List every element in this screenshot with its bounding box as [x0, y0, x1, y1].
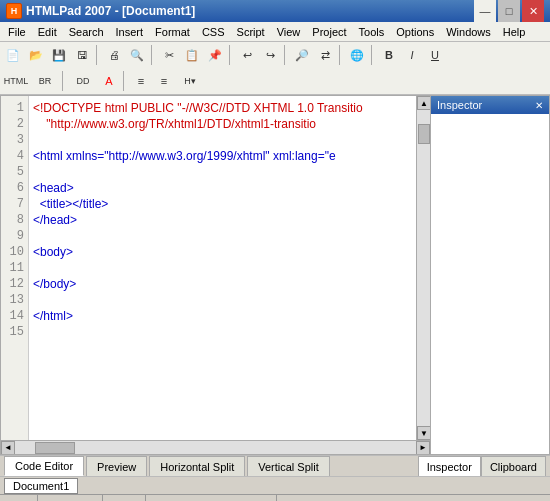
redo-button[interactable]: ↪: [259, 44, 281, 66]
code-line-10: <body>: [33, 244, 412, 260]
scroll-down-arrow[interactable]: ▼: [417, 426, 430, 440]
find-button[interactable]: 🔎: [291, 44, 313, 66]
menu-item-edit[interactable]: Edit: [32, 22, 63, 41]
doc-tab-document1[interactable]: Document1: [4, 478, 78, 494]
tab-vertical-split[interactable]: Vertical Split: [247, 456, 330, 476]
status-project: no project loaded: [277, 495, 550, 501]
line-num-11: 11: [5, 260, 24, 276]
horizontal-scrollbar[interactable]: ◄ ►: [1, 440, 430, 454]
menu-item-insert[interactable]: Insert: [110, 22, 150, 41]
vertical-scrollbar[interactable]: ▲ ▼: [416, 96, 430, 440]
code-area-wrapper: 1 2 3 4 5 6 7 8 9 10 11 12 13 14 15 <!DO…: [1, 96, 430, 440]
replace-button[interactable]: ⇄: [314, 44, 336, 66]
line-num-9: 9: [5, 228, 24, 244]
code-editor[interactable]: 1 2 3 4 5 6 7 8 9 10 11 12 13 14 15 <!DO…: [0, 95, 430, 455]
title-controls: — □ ✕: [474, 0, 544, 22]
menu-item-help[interactable]: Help: [497, 22, 532, 41]
bold-button[interactable]: B: [378, 44, 400, 66]
scroll-h-thumb[interactable]: [35, 442, 75, 454]
br-button[interactable]: BR: [31, 70, 59, 92]
toolbar-row-1: 📄 📂 💾 🖫 🖨 🔍 ✂ 📋 📌 ↩ ↪ 🔎 ⇄ 🌐 B I U: [0, 42, 550, 68]
code-line-14: </html>: [33, 308, 412, 324]
toolbar-separator-7: [62, 71, 66, 91]
tab-code-editor[interactable]: Code Editor: [4, 456, 84, 476]
window-title: HTMLPad 2007 - [Document1]: [26, 4, 195, 18]
inspector-title: Inspector: [437, 99, 482, 111]
maximize-button[interactable]: □: [498, 0, 520, 22]
copy-button[interactable]: 📋: [181, 44, 203, 66]
menu-item-view[interactable]: View: [271, 22, 307, 41]
main-area: 1 2 3 4 5 6 7 8 9 10 11 12 13 14 15 <!DO…: [0, 95, 550, 455]
code-line-13: [33, 292, 412, 308]
toolbar-separator-4: [284, 45, 288, 65]
save-all-button[interactable]: 🖫: [71, 44, 93, 66]
menu-item-script[interactable]: Script: [231, 22, 271, 41]
code-line-15: [33, 324, 412, 340]
menu-item-format[interactable]: Format: [149, 22, 196, 41]
tab-preview[interactable]: Preview: [86, 456, 147, 476]
line-num-15: 15: [5, 324, 24, 340]
toolbar-separator-5: [339, 45, 343, 65]
undo-button[interactable]: ↩: [236, 44, 258, 66]
color-button[interactable]: A: [98, 70, 120, 92]
line-num-3: 3: [5, 132, 24, 148]
code-text[interactable]: <!DOCTYPE html PUBLIC "-//W3C//DTD XHTML…: [29, 96, 416, 440]
line-num-8: 8: [5, 212, 24, 228]
open-button[interactable]: 📂: [25, 44, 47, 66]
menu-item-project[interactable]: Project: [306, 22, 352, 41]
align-left-button[interactable]: ≡: [130, 70, 152, 92]
save-button[interactable]: 💾: [48, 44, 70, 66]
cut-button[interactable]: ✂: [158, 44, 180, 66]
line-num-10: 10: [5, 244, 24, 260]
menu-item-css[interactable]: CSS: [196, 22, 231, 41]
line-num-14: 14: [5, 308, 24, 324]
menu-item-tools[interactable]: Tools: [353, 22, 391, 41]
inspector-close-button[interactable]: ✕: [535, 100, 543, 111]
tab-clipboard[interactable]: Clipboard: [481, 456, 546, 476]
tab-inspector[interactable]: Inspector: [418, 456, 481, 476]
format-button[interactable]: DD: [69, 70, 97, 92]
line-num-5: 5: [5, 164, 24, 180]
menu-item-options[interactable]: Options: [390, 22, 440, 41]
scroll-up-arrow[interactable]: ▲: [417, 96, 430, 110]
editor-tabs-area: Code Editor Preview Horizontal Split Ver…: [4, 456, 418, 476]
menu-item-search[interactable]: Search: [63, 22, 110, 41]
toolbar-row-2: HTML BR DD A ≡ ≡ H▾: [0, 68, 550, 94]
code-line-5: [33, 164, 412, 180]
inspector-body: [431, 114, 549, 454]
line-num-7: 7: [5, 196, 24, 212]
new-button[interactable]: 📄: [2, 44, 24, 66]
code-line-2: "http://www.w3.org/TR/xhtml1/DTD/xhtml1-…: [33, 116, 412, 132]
toolbar-area: 📄 📂 💾 🖫 🖨 🔍 ✂ 📋 📌 ↩ ↪ 🔎 ⇄ 🌐 B I U HTML B…: [0, 42, 550, 95]
menu-item-windows[interactable]: Windows: [440, 22, 497, 41]
print-button[interactable]: 🖨: [103, 44, 125, 66]
close-button[interactable]: ✕: [522, 0, 544, 22]
paste-button[interactable]: 📌: [204, 44, 226, 66]
align-center-button[interactable]: ≡: [153, 70, 175, 92]
scroll-right-arrow[interactable]: ►: [416, 441, 430, 455]
title-bar-left: H HTMLPad 2007 - [Document1]: [6, 3, 195, 19]
minimize-button[interactable]: —: [474, 0, 496, 22]
code-line-1: <!DOCTYPE html PUBLIC "-//W3C//DTD XHTML…: [33, 100, 412, 116]
browser-preview-button[interactable]: 🌐: [346, 44, 368, 66]
status-encoding: ANSI: [103, 495, 146, 501]
title-bar: H HTMLPad 2007 - [Document1] — □ ✕: [0, 0, 550, 22]
scroll-left-arrow[interactable]: ◄: [1, 441, 15, 455]
html-tag-button[interactable]: HTML: [2, 70, 30, 92]
line-num-2: 2: [5, 116, 24, 132]
menu-bar: File Edit Search Insert Format CSS Scrip…: [0, 22, 550, 42]
italic-button[interactable]: I: [401, 44, 423, 66]
line-num-6: 6: [5, 180, 24, 196]
line-num-1: 1: [5, 100, 24, 116]
toolbar-separator-6: [371, 45, 375, 65]
h-tag-button[interactable]: H▾: [176, 70, 204, 92]
toolbar-separator-1: [96, 45, 100, 65]
menu-item-file[interactable]: File: [2, 22, 32, 41]
line-numbers: 1 2 3 4 5 6 7 8 9 10 11 12 13 14 15: [1, 96, 29, 440]
code-line-11: [33, 260, 412, 276]
inspector-header: Inspector ✕: [431, 96, 549, 114]
print-preview-button[interactable]: 🔍: [126, 44, 148, 66]
scroll-thumb[interactable]: [418, 124, 430, 144]
underline-button[interactable]: U: [424, 44, 446, 66]
tab-horizontal-split[interactable]: Horizontal Split: [149, 456, 245, 476]
